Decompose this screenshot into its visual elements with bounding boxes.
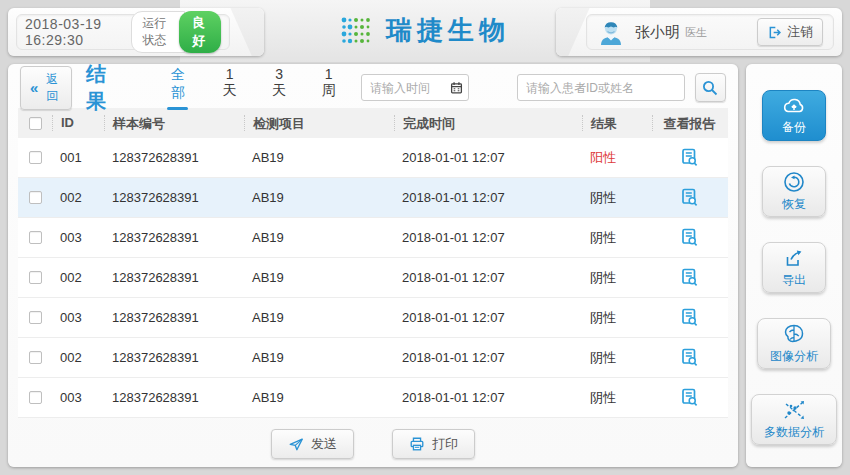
view-report-icon[interactable] (681, 228, 698, 247)
page-title: 结果 (86, 61, 121, 115)
cell-time: 2018-01-01 12:07 (394, 350, 582, 365)
table-row[interactable]: 003 128372628391 AB19 2018-01-01 12:07 阴… (18, 218, 728, 258)
row-checkbox[interactable] (29, 351, 42, 364)
cell-id: 002 (52, 190, 104, 205)
backup-button[interactable]: 备份 (762, 90, 826, 141)
send-icon (288, 436, 304, 452)
row-checkbox[interactable] (29, 311, 42, 324)
table-footer: 发送 打印 (8, 418, 738, 459)
patient-search-wrap (493, 74, 685, 101)
datetime-text: 2018-03-19 16:29:30 (25, 16, 131, 48)
cell-time: 2018-01-01 12:07 (394, 270, 582, 285)
row-checkbox[interactable] (29, 271, 42, 284)
view-report-icon[interactable] (681, 308, 698, 327)
cell-project: AB19 (244, 150, 394, 165)
double-chevron-left-icon: « (30, 83, 38, 93)
cell-sample: 128372628391 (104, 390, 244, 405)
cell-project: AB19 (244, 390, 394, 405)
view-report-icon[interactable] (681, 388, 698, 407)
logout-icon (767, 25, 782, 40)
table-row[interactable]: 002 128372628391 AB19 2018-01-01 12:07 阴… (18, 258, 728, 298)
logout-label: 注销 (787, 23, 813, 41)
send-button[interactable]: 发送 (271, 429, 354, 459)
cell-sample: 128372628391 (104, 350, 244, 365)
image-analysis-brain-icon (782, 323, 806, 345)
doctor-avatar (597, 18, 625, 46)
cell-time: 2018-01-01 12:07 (394, 310, 582, 325)
brand-dots-icon (340, 15, 372, 47)
view-report-icon[interactable] (681, 148, 698, 167)
row-checkbox[interactable] (29, 391, 42, 404)
tab-1week[interactable]: 1周 (320, 66, 336, 110)
tab-all[interactable]: 全部 (167, 66, 188, 110)
view-report-icon[interactable] (681, 348, 698, 367)
cell-result: 阳性 (582, 149, 652, 167)
cell-result: 阴性 (582, 229, 652, 247)
backup-label: 备份 (782, 119, 806, 136)
results-table: ID 样本编号 检测项目 完成时间 结果 查看报告 001 1283726283… (18, 108, 728, 418)
cell-project: AB19 (244, 350, 394, 365)
logout-button[interactable]: 注销 (757, 18, 823, 46)
run-status: 运行状态 良好 (131, 11, 221, 53)
back-button[interactable]: « 返回 (20, 66, 72, 110)
header-left-panel: 2018-03-19 16:29:30 运行状态 良好 (8, 8, 264, 56)
tab-3day[interactable]: 3天 (271, 66, 287, 110)
export-icon (783, 247, 805, 269)
select-all-checkbox[interactable] (29, 117, 42, 130)
toolbar: « 返回 结果 全部 1天 3天 1周 (8, 64, 738, 106)
multi-data-analysis-label: 多数据分析 (764, 424, 824, 441)
cell-id: 001 (52, 150, 104, 165)
image-analysis-label: 图像分析 (770, 348, 818, 365)
image-analysis-button[interactable]: 图像分析 (757, 318, 831, 369)
search-button[interactable] (695, 73, 726, 102)
time-search-wrap (361, 74, 469, 101)
multi-data-scatter-icon (782, 399, 806, 421)
app-window: 瑞捷生物 2018-03-19 16:29:30 运行状态 良好 张小明 医生 (0, 0, 850, 475)
print-button[interactable]: 打印 (392, 429, 475, 459)
send-label: 发送 (311, 435, 337, 453)
cell-time: 2018-01-01 12:07 (394, 150, 582, 165)
print-label: 打印 (432, 435, 458, 453)
export-button[interactable]: 导出 (762, 242, 826, 293)
header-result: 结果 (582, 115, 652, 131)
row-checkbox[interactable] (29, 231, 42, 244)
backup-cloud-icon (782, 96, 806, 116)
cell-sample: 128372628391 (104, 150, 244, 165)
cell-result: 阴性 (582, 309, 652, 327)
header-time: 完成时间 (394, 115, 582, 131)
filter-tabs: 全部 1天 3天 1周 (167, 66, 337, 110)
print-icon (409, 436, 425, 452)
cell-result: 阴性 (582, 189, 652, 207)
user-name: 张小明 (635, 23, 680, 42)
patient-search-input[interactable] (517, 74, 685, 101)
cell-time: 2018-01-01 12:07 (394, 190, 582, 205)
header-report: 查看报告 (652, 115, 726, 131)
table-row[interactable]: 003 128372628391 AB19 2018-01-01 12:07 阴… (18, 378, 728, 418)
user-role: 医生 (685, 25, 707, 40)
multi-data-analysis-button[interactable]: 多数据分析 (751, 394, 837, 445)
table-row[interactable]: 003 128372628391 AB19 2018-01-01 12:07 阴… (18, 298, 728, 338)
header-left-inset: 2018-03-19 16:29:30 运行状态 良好 (16, 14, 230, 50)
cell-result: 阴性 (582, 349, 652, 367)
header-project: 检测项目 (244, 115, 394, 131)
tab-1day[interactable]: 1天 (221, 66, 237, 110)
cell-sample: 128372628391 (104, 270, 244, 285)
restore-label: 恢复 (782, 196, 806, 213)
run-status-label: 运行状态 (131, 11, 185, 53)
view-report-icon[interactable] (681, 188, 698, 207)
row-checkbox[interactable] (29, 191, 42, 204)
cell-id: 002 (52, 270, 104, 285)
view-report-icon[interactable] (681, 268, 698, 287)
cell-project: AB19 (244, 230, 394, 245)
cell-result: 阴性 (582, 269, 652, 287)
table-row[interactable]: 002 128372628391 AB19 2018-01-01 12:07 阴… (18, 178, 728, 218)
row-checkbox[interactable] (29, 151, 42, 164)
table-row[interactable]: 002 128372628391 AB19 2018-01-01 12:07 阴… (18, 338, 728, 378)
header-right-inset: 张小明 医生 注销 (586, 14, 834, 50)
table-row[interactable]: 001 128372628391 AB19 2018-01-01 12:07 阳… (18, 138, 728, 178)
cell-id: 003 (52, 230, 104, 245)
results-panel: « 返回 结果 全部 1天 3天 1周 (8, 64, 738, 467)
calendar-icon[interactable] (450, 81, 463, 94)
restore-button[interactable]: 恢复 (762, 166, 826, 217)
header-id: ID (52, 115, 104, 131)
